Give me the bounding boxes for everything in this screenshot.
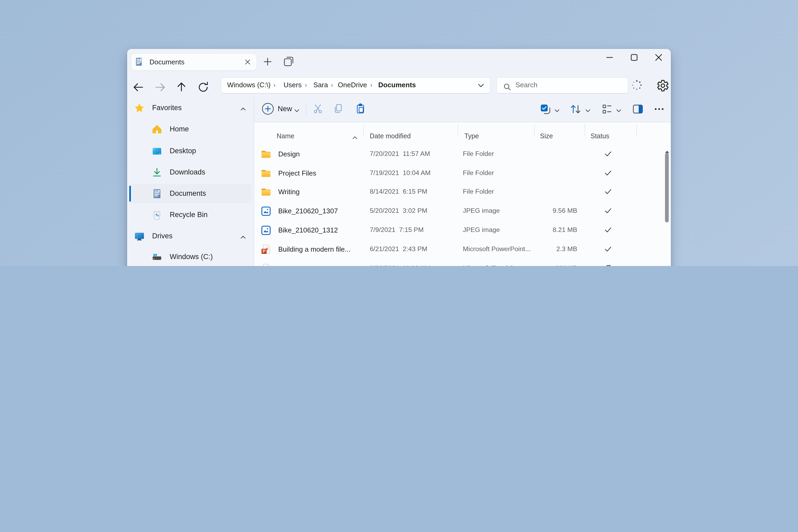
svg-text:P: P [263,249,265,253]
